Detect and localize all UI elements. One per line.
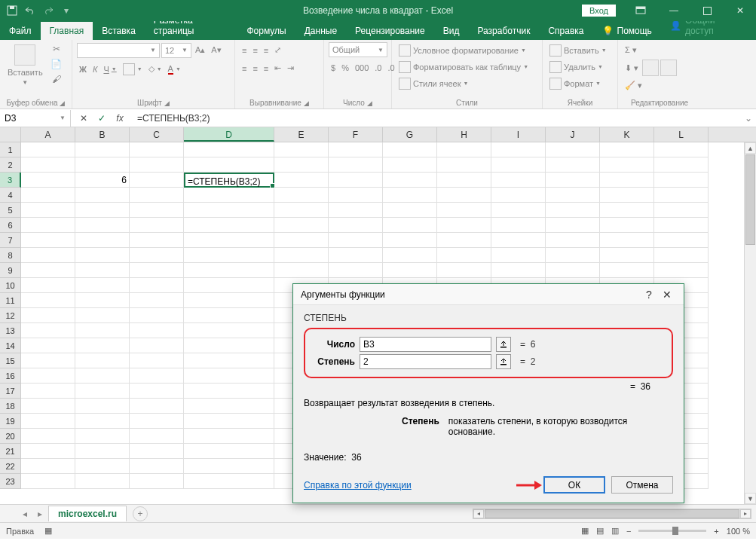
cell[interactable] xyxy=(437,142,491,157)
cell[interactable] xyxy=(184,293,274,308)
row-header[interactable]: 11 xyxy=(0,293,21,308)
cell[interactable] xyxy=(130,459,184,474)
collapse-dialog-icon[interactable] xyxy=(496,337,511,352)
row-header[interactable]: 22 xyxy=(0,459,21,474)
cell[interactable] xyxy=(600,188,654,203)
cell[interactable] xyxy=(491,263,546,278)
tab-help[interactable]: Справка xyxy=(539,22,592,40)
view-pagebreak-icon[interactable]: ▥ xyxy=(611,526,619,536)
redo-icon[interactable] xyxy=(42,5,54,17)
row-header[interactable]: 18 xyxy=(0,399,21,414)
accept-formula-icon[interactable]: ✓ xyxy=(96,113,107,124)
cell[interactable] xyxy=(184,233,274,248)
cell[interactable] xyxy=(21,323,75,338)
font-name-combo[interactable]: ▼ xyxy=(77,43,160,58)
dialog-launcher-icon[interactable]: ◢ xyxy=(304,99,309,107)
cell[interactable] xyxy=(21,353,75,368)
cell[interactable] xyxy=(184,308,274,323)
comma-icon[interactable]: 000 xyxy=(353,60,371,75)
help-icon[interactable]: ? xyxy=(640,287,658,302)
cell[interactable] xyxy=(75,459,130,474)
col-header-H[interactable]: H xyxy=(437,127,491,142)
zoom-slider[interactable] xyxy=(638,530,706,532)
ok-button[interactable]: ОК xyxy=(543,476,605,494)
cell[interactable] xyxy=(21,218,75,233)
align-middle-icon[interactable]: ≡ xyxy=(250,42,259,58)
save-icon[interactable] xyxy=(6,5,18,17)
cell[interactable] xyxy=(184,353,274,368)
cell[interactable] xyxy=(274,188,329,203)
cell[interactable] xyxy=(75,278,130,293)
close-icon[interactable]: ✕ xyxy=(724,0,756,21)
cell[interactable] xyxy=(274,263,329,278)
zoom-in-icon[interactable]: + xyxy=(714,527,718,536)
formula-bar[interactable]: =СТЕПЕНЬ(B3;2) xyxy=(133,113,741,124)
cell[interactable] xyxy=(75,323,130,338)
cell[interactable] xyxy=(654,263,709,278)
cell[interactable] xyxy=(184,414,274,429)
scroll-left-icon[interactable]: ◂ xyxy=(473,509,484,518)
row-header[interactable]: 13 xyxy=(0,323,21,338)
cell[interactable] xyxy=(184,142,274,157)
cell[interactable] xyxy=(491,188,546,203)
login-button[interactable]: Вход xyxy=(582,5,616,17)
select-all-corner[interactable] xyxy=(0,127,21,142)
cell[interactable] xyxy=(184,263,274,278)
arg-number-input[interactable] xyxy=(360,337,491,352)
tell-me[interactable]: 💡Помощь xyxy=(593,22,661,40)
close-icon[interactable]: ✕ xyxy=(658,287,676,302)
cell[interactable] xyxy=(21,263,75,278)
row-header[interactable]: 14 xyxy=(0,338,21,353)
cell[interactable] xyxy=(130,203,184,218)
cell[interactable] xyxy=(130,218,184,233)
currency-icon[interactable]: $ xyxy=(329,60,338,75)
row-header[interactable]: 1 xyxy=(0,142,21,157)
row-header[interactable]: 16 xyxy=(0,368,21,384)
conditional-formatting-button[interactable]: Условное форматирование▼ xyxy=(396,42,528,58)
cell[interactable] xyxy=(491,173,546,188)
function-help-link[interactable]: Справка по этой функции xyxy=(304,480,412,491)
row-header[interactable]: 15 xyxy=(0,353,21,368)
cell[interactable] xyxy=(437,233,491,248)
cell[interactable] xyxy=(184,429,274,444)
cell[interactable] xyxy=(437,157,491,173)
cell[interactable] xyxy=(491,203,546,218)
cell[interactable] xyxy=(329,157,383,173)
row-header[interactable]: 6 xyxy=(0,218,21,233)
cell[interactable] xyxy=(75,429,130,444)
sort-filter-icon[interactable] xyxy=(642,60,659,76)
align-bottom-icon[interactable]: ≡ xyxy=(262,42,271,58)
align-right-icon[interactable]: ≡ xyxy=(262,60,271,76)
cell[interactable] xyxy=(130,278,184,293)
row-header[interactable]: 3 xyxy=(0,173,21,188)
cell[interactable] xyxy=(21,248,75,263)
cell[interactable] xyxy=(184,278,274,293)
align-top-icon[interactable]: ≡ xyxy=(240,42,249,58)
row-header[interactable]: 2 xyxy=(0,157,21,173)
macro-record-icon[interactable]: ▦ xyxy=(44,526,52,536)
underline-button[interactable]: Ч▼ xyxy=(101,61,118,77)
cell[interactable] xyxy=(437,263,491,278)
cell[interactable] xyxy=(546,248,600,263)
cell[interactable] xyxy=(75,233,130,248)
font-color-button[interactable]: A▼ xyxy=(166,61,183,77)
prev-sheet-icon[interactable]: ◂ xyxy=(18,507,32,521)
cell[interactable] xyxy=(437,173,491,188)
col-header-F[interactable]: F xyxy=(329,127,383,142)
cell[interactable] xyxy=(600,142,654,157)
cell[interactable] xyxy=(600,173,654,188)
cell[interactable] xyxy=(274,248,329,263)
cell[interactable] xyxy=(75,414,130,429)
tab-data[interactable]: Данные xyxy=(295,22,346,40)
vertical-scrollbar[interactable]: ▲ ▼ xyxy=(744,142,756,504)
cell[interactable] xyxy=(21,399,75,414)
cell[interactable] xyxy=(491,157,546,173)
cell[interactable] xyxy=(184,474,274,489)
cell[interactable] xyxy=(546,233,600,248)
col-header-J[interactable]: J xyxy=(546,127,600,142)
cell[interactable] xyxy=(21,293,75,308)
indent-dec-icon[interactable]: ⇤ xyxy=(272,60,283,76)
tab-developer[interactable]: Разработчик xyxy=(468,22,539,40)
row-header[interactable]: 10 xyxy=(0,278,21,293)
cell[interactable] xyxy=(329,248,383,263)
